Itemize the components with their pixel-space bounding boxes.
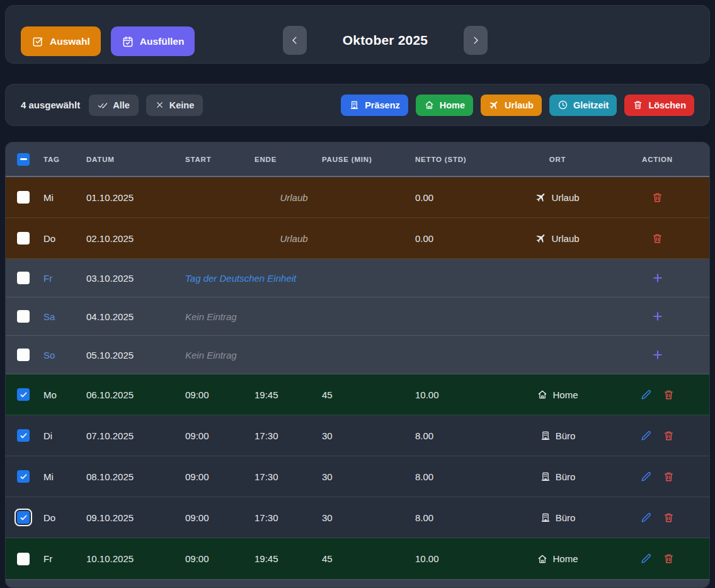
bulk-button-label: Home xyxy=(440,100,465,110)
select-all-checkbox[interactable] xyxy=(17,153,30,166)
column-header-tag: Tag xyxy=(37,156,80,163)
bulk-urlaub-button[interactable]: Urlaub xyxy=(481,95,542,116)
day-label: Do xyxy=(37,512,80,523)
column-header-start: Start xyxy=(179,156,248,163)
delete-button[interactable] xyxy=(663,430,675,442)
delete-button[interactable] xyxy=(651,233,663,245)
delete-button[interactable] xyxy=(663,389,675,401)
add-button[interactable] xyxy=(651,272,664,284)
plus-icon xyxy=(651,310,664,323)
row-checkbox[interactable] xyxy=(17,272,30,284)
table-row: Sa04.10.2025Kein Eintrag xyxy=(6,297,709,336)
date-label: 10.10.2025 xyxy=(80,553,179,564)
row-checkbox[interactable] xyxy=(17,470,30,483)
home-icon xyxy=(537,389,548,400)
add-button[interactable] xyxy=(651,349,664,361)
day-label: Mo xyxy=(37,389,80,400)
delete-button[interactable] xyxy=(663,553,675,565)
row-actions xyxy=(605,310,709,323)
trash-icon xyxy=(663,553,675,565)
row-checkbox-cell xyxy=(6,272,37,284)
entry-label: Urlaub xyxy=(179,192,409,203)
select-none-button[interactable]: Keine xyxy=(146,95,203,116)
table-row: Do09.10.202509:0017:30308.00Büro xyxy=(6,497,709,538)
row-actions xyxy=(605,430,709,442)
entries-table: TagDatumStartEndePause (Min)Netto (Std)O… xyxy=(5,142,710,588)
edit-button[interactable] xyxy=(640,553,652,565)
trash-icon xyxy=(651,192,663,204)
table-row: Mi08.10.202509:0017:30308.00Büro xyxy=(6,456,709,497)
select-all-label: Alle xyxy=(113,100,130,110)
row-checkbox[interactable] xyxy=(17,310,30,323)
check-icon xyxy=(19,431,28,441)
table-row: So05.10.2025Kein Eintrag xyxy=(6,336,709,374)
ort-cell: Home xyxy=(510,389,605,400)
building-icon xyxy=(540,471,551,482)
ort-cell: Büro xyxy=(510,471,605,482)
row-checkbox[interactable] xyxy=(17,429,30,442)
next-month-button[interactable] xyxy=(464,26,488,55)
day-label: Mi xyxy=(37,471,80,482)
row-checkbox[interactable] xyxy=(17,553,30,565)
column-header-ende: Ende xyxy=(248,156,316,163)
add-button[interactable] xyxy=(651,310,664,323)
ort-label: Home xyxy=(552,553,578,564)
start-time: 09:00 xyxy=(179,430,248,441)
check-icon xyxy=(19,390,28,400)
entry-label: Kein Eintrag xyxy=(179,350,409,360)
prev-month-button[interactable] xyxy=(283,26,307,55)
column-header-action: Action xyxy=(605,156,709,163)
bulk-button-label: Löschen xyxy=(648,100,686,110)
date-label: 01.10.2025 xyxy=(80,192,179,203)
table-row: Do02.10.2025Urlaub0.00Urlaub xyxy=(6,218,709,259)
entry-label: Urlaub xyxy=(179,233,409,244)
auswahl-button-label: Auswahl xyxy=(50,36,90,47)
day-label: Fr xyxy=(37,553,80,564)
select-all-button[interactable]: Alle xyxy=(89,95,139,116)
plane-icon xyxy=(535,233,547,244)
ausfuellen-button[interactable]: Ausfüllen xyxy=(111,26,195,56)
row-checkbox[interactable] xyxy=(17,191,30,204)
auswahl-button[interactable]: Auswahl xyxy=(21,26,101,56)
table-row: Mo06.10.202509:0019:454510.00Home xyxy=(6,374,709,415)
start-time: 09:00 xyxy=(179,471,248,482)
plane-icon xyxy=(535,192,547,203)
pencil-icon xyxy=(640,512,652,524)
bulk-gleitzeit-button[interactable]: Gleitzeit xyxy=(549,95,617,116)
bulk-loeschen-button[interactable]: Löschen xyxy=(624,95,694,116)
edit-button[interactable] xyxy=(640,512,652,524)
toolbar-button-group: Auswahl Ausfüllen xyxy=(21,26,195,56)
delete-button[interactable] xyxy=(663,471,675,483)
start-time: 09:00 xyxy=(179,553,248,564)
column-header-ort: Ort xyxy=(510,156,605,163)
end-time: 17:30 xyxy=(248,512,316,523)
selected-count: 4 ausgewählt xyxy=(21,100,80,110)
delete-button[interactable] xyxy=(663,512,675,524)
ort-label: Büro xyxy=(556,430,576,441)
trash-icon xyxy=(663,389,675,401)
end-time: 17:30 xyxy=(248,430,316,441)
bulk-praesenz-button[interactable]: Präsenz xyxy=(341,95,408,116)
ort-label: Büro xyxy=(556,512,576,523)
check-icon xyxy=(19,513,28,522)
pencil-icon xyxy=(640,389,652,401)
row-checkbox[interactable] xyxy=(17,349,30,361)
delete-button[interactable] xyxy=(651,192,663,204)
row-checkbox[interactable] xyxy=(17,388,30,401)
edit-button[interactable] xyxy=(640,430,652,442)
edit-button[interactable] xyxy=(640,389,652,401)
ort-cell: Büro xyxy=(510,430,605,441)
day-label: Fr xyxy=(37,273,80,284)
bulk-home-button[interactable]: Home xyxy=(416,95,473,116)
edit-button[interactable] xyxy=(640,471,652,483)
date-label: 08.10.2025 xyxy=(80,471,179,482)
pause-minutes: 30 xyxy=(316,512,409,523)
building-icon xyxy=(349,100,360,110)
row-actions xyxy=(605,349,709,361)
ort-label: Urlaub xyxy=(551,192,579,203)
row-checkbox[interactable] xyxy=(17,511,30,524)
trash-icon xyxy=(663,512,675,524)
row-checkbox-cell xyxy=(6,388,37,401)
row-checkbox[interactable] xyxy=(17,232,30,245)
plane-icon xyxy=(489,100,500,110)
